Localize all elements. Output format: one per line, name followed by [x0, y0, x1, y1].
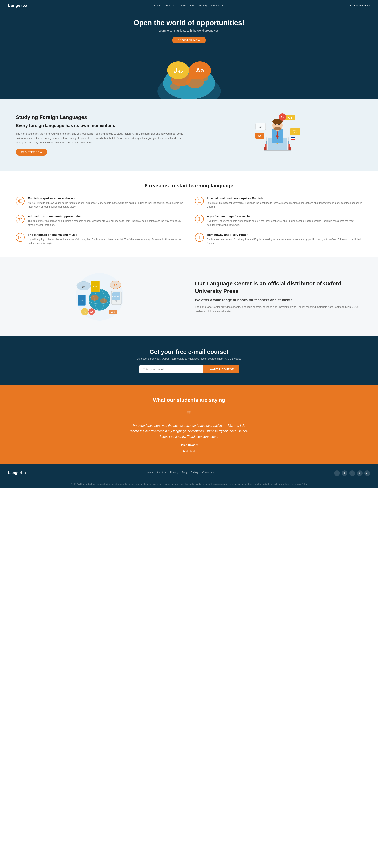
hero-section: Open the world of opportunities! Learn t… [0, 11, 378, 99]
svg-text:A-Z: A-Z [288, 116, 292, 119]
nav-phone: +1 800 598 78 87 [350, 4, 370, 7]
svg-text:A-Z: A-Z [294, 132, 297, 134]
globe-svg [155, 59, 223, 99]
testimonials-heading: What our students are saying [8, 397, 370, 403]
nav-contact[interactable]: Contact us [211, 4, 224, 7]
email-form: I WANT A COURSE [139, 365, 239, 373]
footer-links: Home About us Privacy Blog Gallery Conta… [147, 470, 214, 474]
testimonials-section: What our students are saying " My experi… [0, 385, 378, 464]
quote-mark: " [8, 409, 370, 421]
email-input[interactable] [139, 365, 203, 373]
oxford-illustration: A-Z A-Z TRANSLATE ش Aa 茶 A-Z Aa [72, 269, 127, 324]
nav-home[interactable]: Home [154, 4, 161, 7]
reason-text-0: English is spoken all over the world Are… [28, 197, 183, 209]
footer-social: f t G+ ◎ in [334, 470, 370, 476]
social-instagram[interactable]: ◎ [357, 470, 363, 476]
nav-blog[interactable]: Blog [190, 4, 195, 7]
reason-item-4: The language of cinema and music If you … [16, 233, 183, 245]
want-course-button[interactable]: I WANT A COURSE [203, 365, 239, 373]
reason-item-5: Hemingway and Harry Potter English has b… [195, 233, 362, 245]
svg-text:A-Z: A-Z [111, 311, 115, 313]
study-register-button[interactable]: REGISTER NOW [16, 149, 47, 156]
dot-3[interactable] [193, 451, 195, 453]
oxford-section: A-Z A-Z TRANSLATE ش Aa 茶 A-Z Aa [0, 257, 378, 337]
hero-subtitle: Learn to communicate with the world arou… [159, 29, 220, 32]
nav-pages[interactable]: Pages [179, 4, 186, 7]
nav-links: Home About us Pages Blog Gallery Contact… [154, 4, 224, 7]
footer-link-blog[interactable]: Blog [182, 471, 187, 474]
svg-rect-41 [198, 200, 201, 203]
social-google[interactable]: G+ [349, 470, 355, 476]
svg-text:TRANSLATE: TRANSLATE [111, 295, 122, 297]
social-linkedin[interactable]: in [365, 470, 370, 476]
footer-link-about[interactable]: About us [157, 471, 166, 474]
oxford-subheading: We offer a wide range of books for teach… [195, 298, 362, 302]
testimonial-author: Helen Howard [8, 443, 370, 446]
reason-item-0: English is spoken all over the world Are… [16, 197, 183, 209]
main-nav: Langerba Home About us Pages Blog Galler… [0, 0, 378, 11]
reason-text-5: Hemingway and Harry Potter English has b… [207, 233, 362, 245]
social-twitter[interactable]: t [342, 470, 347, 476]
nav-logo: Langerba [8, 3, 27, 8]
reason-item-2: Education and research opportunities Thi… [16, 215, 183, 227]
social-facebook[interactable]: f [334, 470, 340, 476]
reason-icon-4 [16, 233, 25, 242]
footer: Langerba Home About us Privacy Blog Gall… [0, 464, 378, 489]
footer-copyright: © 2017 All Langerba have various tradema… [71, 483, 293, 485]
reason-item-1: International business requires English … [195, 197, 362, 209]
footer-privacy-link[interactable]: Privacy Policy [293, 483, 307, 485]
footer-bottom: © 2017 All Langerba have various tradema… [8, 480, 370, 485]
hero-globe: ريال Aa [155, 43, 223, 99]
oxford-heading: Our Language Center is an official distr… [195, 280, 362, 295]
reason-icon-1 [195, 197, 204, 206]
footer-link-home[interactable]: Home [147, 471, 153, 474]
svg-text:Aa: Aa [258, 134, 261, 137]
reason-icon-3 [195, 215, 204, 223]
footer-link-contact[interactable]: Contact us [202, 471, 214, 474]
oxford-text-area: Our Language Center is an official distr… [195, 280, 362, 314]
dot-1[interactable] [186, 451, 188, 453]
reason-icon-2 [16, 215, 25, 223]
testimonial-quote: My experience here was the best experien… [129, 423, 249, 439]
study-subheading: Every foreign language has its own momen… [16, 123, 185, 128]
dot-2[interactable] [190, 451, 192, 453]
dot-0[interactable] [183, 451, 185, 453]
study-text-area: Studying Foreign Languages Every foreign… [16, 114, 185, 156]
svg-text:ش: ش [259, 125, 262, 128]
testimonial-dots [8, 451, 370, 453]
svg-marker-45 [20, 237, 21, 238]
footer-link-gallery[interactable]: Gallery [191, 471, 198, 474]
svg-text:Aa: Aa [114, 283, 117, 287]
reason-text-3: A perfect language for traveling If you … [207, 215, 362, 227]
svg-point-53 [100, 298, 107, 303]
reasons-grid: English is spoken all over the world Are… [16, 197, 362, 245]
footer-logo: Langerba [8, 470, 26, 475]
nav-gallery[interactable]: Gallery [199, 4, 208, 7]
svg-point-42 [198, 217, 201, 221]
oxford-image-area: A-Z A-Z TRANSLATE ش Aa 茶 A-Z Aa [16, 269, 183, 324]
svg-point-22 [279, 124, 280, 125]
svg-rect-31 [290, 128, 300, 135]
footer-link-privacy[interactable]: Privacy [170, 471, 178, 474]
email-section: Get your free e-mail course! 30 lessons … [0, 337, 378, 385]
svg-text:Aa: Aa [281, 116, 284, 119]
svg-rect-36 [291, 138, 295, 138]
reasons-heading: 6 reasons to start learning language [16, 183, 362, 189]
study-image-area: A-Z Aa ش Aa DICT A-Z [193, 111, 362, 159]
nav-about[interactable]: About us [164, 4, 175, 7]
svg-point-20 [274, 126, 281, 130]
svg-rect-37 [291, 138, 295, 140]
study-heading: Studying Foreign Languages [16, 114, 185, 120]
reason-text-2: Education and research opportunities Thi… [28, 215, 183, 227]
svg-rect-35 [291, 137, 295, 138]
svg-text:A-Z: A-Z [80, 299, 84, 302]
svg-text:Aa: Aa [90, 311, 93, 313]
reason-text-1: International business requires English … [207, 197, 362, 209]
svg-point-21 [275, 124, 277, 125]
svg-text:茶: 茶 [83, 310, 86, 313]
reason-icon-0 [16, 197, 25, 206]
svg-point-63 [116, 300, 117, 302]
reason-text-4: The language of cinema and music If you … [28, 233, 183, 245]
hero-register-button[interactable]: REGISTER NOW [172, 36, 206, 43]
arabic-bubble: ريال [167, 61, 189, 79]
